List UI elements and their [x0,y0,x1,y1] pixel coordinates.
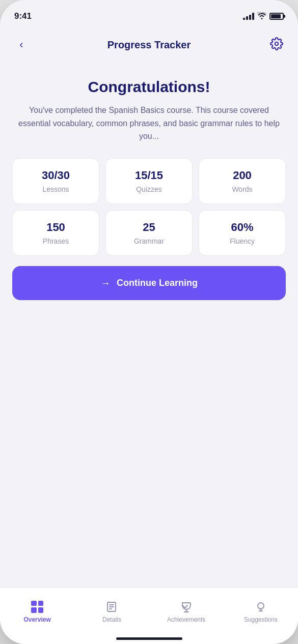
battery-icon [269,13,284,20]
continue-learning-button[interactable]: → Continue Learning [12,266,286,300]
app-header: ‹ Progress Tracker [0,27,298,58]
nav-label-details: Details [102,616,121,623]
achievements-icon [179,600,194,614]
settings-button[interactable] [267,36,286,54]
status-bar: 9:41 [0,0,298,25]
congratulations-section: Congratulations! You've completed the Sp… [12,68,286,158]
stat-card-quizzes: 15/15 Quizzes [105,158,193,204]
stat-label-phrases: Phrases [18,237,94,245]
nav-item-details[interactable]: Details [74,598,149,625]
stat-label-quizzes: Quizzes [111,185,187,193]
stat-card-words: 200 Words [199,158,286,204]
stat-value-grammar: 25 [111,221,187,234]
stat-value-lessons: 30/30 [18,169,94,182]
back-button[interactable]: ‹ [12,36,31,54]
suggestions-icon [254,600,268,614]
continue-btn-label: Continue Learning [117,278,198,288]
bottom-nav: Overview Details [0,587,298,633]
congrats-title: Congratulations! [17,78,281,96]
page-title: Progress Tracker [107,39,191,51]
status-icons [243,12,284,21]
nav-label-achievements: Achievements [167,616,205,623]
nav-label-suggestions: Suggestions [244,616,278,623]
gear-icon [270,37,283,52]
stats-grid: 30/30 Lessons 15/15 Quizzes 200 Words 15… [12,158,286,256]
stat-value-words: 200 [204,169,280,182]
overview-icon [30,600,44,614]
stat-label-fluency: Fluency [204,237,280,245]
wifi-icon [257,12,266,21]
signal-icon [243,13,254,20]
back-chevron-icon: ‹ [19,38,23,51]
stat-value-quizzes: 15/15 [111,169,187,182]
stat-card-fluency: 60% Fluency [199,210,286,256]
arrow-right-icon: → [100,277,111,289]
status-time: 9:41 [14,11,32,21]
svg-point-0 [275,42,279,46]
stat-label-lessons: Lessons [18,185,94,193]
stat-label-words: Words [204,185,280,193]
home-bar [116,637,182,640]
nav-label-overview: Overview [23,616,50,623]
stat-value-phrases: 150 [18,221,94,234]
nav-item-suggestions[interactable]: Suggestions [224,598,298,625]
nav-item-achievements[interactable]: Achievements [149,598,224,625]
stat-card-phrases: 150 Phrases [12,210,99,256]
stat-label-grammar: Grammar [111,237,187,245]
home-indicator [0,633,298,644]
details-icon [104,600,119,614]
congrats-description: You've completed the Spanish Basics cour… [17,104,281,143]
svg-point-7 [258,603,264,609]
main-content: Congratulations! You've completed the Sp… [0,58,298,587]
stat-card-grammar: 25 Grammar [105,210,193,256]
nav-item-overview[interactable]: Overview [0,598,74,625]
phone-frame: 9:41 ‹ Prog [0,0,298,644]
stat-card-lessons: 30/30 Lessons [12,158,99,204]
stat-value-fluency: 60% [204,221,280,234]
